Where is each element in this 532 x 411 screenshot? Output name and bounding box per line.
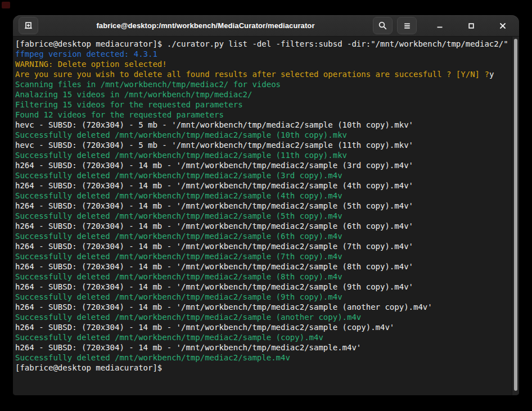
close-button[interactable]	[494, 17, 511, 34]
terminal-line: Successfully deleted /mnt/workbench/tmp/…	[15, 312, 510, 322]
terminal-output: [fabrice@desktop mediacurator]$ ./curato…	[15, 39, 510, 373]
search-button[interactable]	[373, 17, 393, 34]
terminal-window: fabrice@desktop:/mnt/workbench/MediaCura…	[13, 15, 519, 395]
terminal-line: Successfully deleted /mnt/workbench/tmp/…	[15, 211, 510, 221]
search-icon	[378, 21, 387, 30]
terminal-line: h264 - SUBSD: (720x304) - 14 mb - '/mnt/…	[15, 302, 510, 312]
terminal-line: h264 - SUBSD: (720x304) - 14 mb - '/mnt/…	[15, 342, 510, 353]
new-tab-icon	[24, 21, 33, 30]
terminal-line: h264 - SUBSD: (720x304) - 14 mb - '/mnt/…	[15, 201, 510, 211]
terminal-line: Successfully deleted /mnt/workbench/tmp/…	[15, 272, 510, 282]
terminal-line: h264 - SUBSD: (720x304) - 14 mb - '/mnt/…	[15, 160, 510, 170]
terminal-line: Scanning files in /mnt/workbench/tmp/med…	[15, 79, 510, 89]
terminal-line: Successfully deleted /mnt/workbench/tmp/…	[15, 150, 510, 160]
terminal-line: h264 - SUBSD: (720x304) - 14 mb - '/mnt/…	[15, 221, 510, 231]
titlebar[interactable]: fabrice@desktop:/mnt/workbench/MediaCura…	[13, 15, 519, 37]
terminal-line: Successfully deleted /mnt/workbench/tmp/…	[15, 292, 510, 302]
terminal-line: ffmpeg version detected: 4.3.1	[15, 49, 510, 59]
close-icon	[499, 22, 507, 30]
terminal-line: h264 - SUBSD: (720x304) - 14 mb - '/mnt/…	[15, 322, 510, 332]
minimize-button[interactable]	[431, 17, 448, 34]
new-tab-button[interactable]	[19, 17, 38, 34]
terminal-line: Successfully deleted /mnt/workbench/tmp/…	[15, 332, 510, 342]
terminal-line: WARNING: Delete option selected!	[15, 59, 510, 69]
terminal-line: hevc - SUBSD: (720x304) - 5 mb - '/mnt/w…	[15, 120, 510, 130]
terminal-line: Successfully deleted /mnt/workbench/tmp/…	[15, 231, 510, 241]
terminal-line: Successfully deleted /mnt/workbench/tmp/…	[15, 251, 510, 261]
terminal-line: Successfully deleted /mnt/workbench/tmp/…	[15, 170, 510, 180]
terminal-line: Successfully deleted /mnt/workbench/tmp/…	[15, 353, 510, 363]
scrollbar-thumb[interactable]	[514, 39, 517, 391]
desktop-artifact	[2, 2, 10, 8]
terminal-line: h264 - SUBSD: (720x304) - 14 mb - '/mnt/…	[15, 282, 510, 292]
terminal-line: Successfully deleted /mnt/workbench/tmp/…	[15, 191, 510, 201]
terminal-content[interactable]: [fabrice@desktop mediacurator]$ ./curato…	[13, 37, 519, 395]
terminal-line: Found 12 videos for the requested parame…	[15, 110, 510, 120]
menu-button[interactable]	[397, 17, 417, 34]
hamburger-menu-icon	[403, 22, 411, 30]
terminal-line: h264 - SUBSD: (720x304) - 14 mb - '/mnt/…	[15, 241, 510, 251]
terminal-line: Successfully deleted /mnt/workbench/tmp/…	[15, 130, 510, 140]
minimize-icon	[436, 22, 444, 30]
terminal-line: h264 - SUBSD: (720x304) - 14 mb - '/mnt/…	[15, 180, 510, 191]
terminal-line: [fabrice@desktop mediacurator]$ ./curato…	[15, 39, 510, 49]
desktop: fabrice@desktop:/mnt/workbench/MediaCura…	[0, 0, 532, 411]
maximize-button[interactable]	[463, 17, 480, 34]
terminal-line: hevc - SUBSD: (720x304) - 5 mb - '/mnt/w…	[15, 140, 510, 150]
terminal-line: h264 - SUBSD: (720x304) - 14 mb - '/mnt/…	[15, 261, 510, 272]
window-title: fabrice@desktop:/mnt/workbench/MediaCura…	[38, 21, 373, 30]
terminal-line: Analazing 15 videos in /mnt/workbench/tm…	[15, 89, 510, 100]
terminal-line: [fabrice@desktop mediacurator]$	[15, 363, 510, 373]
terminal-line: Are you sure you wish to delete all foun…	[15, 69, 510, 79]
terminal-line: Filtering 15 videos for the requested pa…	[15, 100, 510, 110]
maximize-icon	[467, 22, 475, 30]
scrollbar-track[interactable]	[512, 37, 519, 395]
titlebar-controls	[373, 17, 511, 34]
